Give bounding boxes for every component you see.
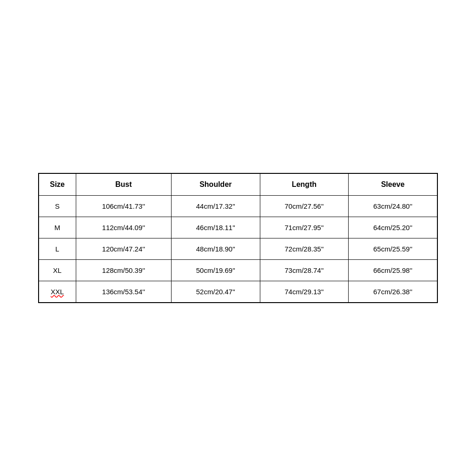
table-header-row: Size Bust Shoulder Length Sleeve (39, 173, 437, 196)
cell-length: 72cm/28.35'' (260, 238, 348, 260)
cell-size: S (39, 196, 76, 217)
table-row: XXL136cm/53.54''52cm/20.47''74cm/29.13''… (39, 281, 437, 303)
size-chart-container: Size Bust Shoulder Length Sleeve S106cm/… (38, 173, 438, 303)
cell-sleeve: 64cm/25.20'' (349, 217, 437, 238)
cell-bust: 112cm/44.09'' (76, 217, 172, 238)
cell-shoulder: 50cm/19.69'' (172, 260, 260, 281)
header-bust: Bust (76, 173, 172, 196)
header-shoulder: Shoulder (172, 173, 260, 196)
table-row: M112cm/44.09''46cm/18.11''71cm/27.95''64… (39, 217, 437, 238)
cell-sleeve: 63cm/24.80'' (349, 196, 437, 217)
header-size: Size (39, 173, 76, 196)
table-row: S106cm/41.73''44cm/17.32''70cm/27.56''63… (39, 196, 437, 217)
cell-bust: 120cm/47.24'' (76, 238, 172, 260)
cell-size: L (39, 238, 76, 260)
cell-sleeve: 66cm/25.98'' (349, 260, 437, 281)
cell-sleeve: 67cm/26.38'' (349, 281, 437, 303)
cell-size: M (39, 217, 76, 238)
cell-shoulder: 46cm/18.11'' (172, 217, 260, 238)
cell-bust: 136cm/53.54'' (76, 281, 172, 303)
cell-length: 71cm/27.95'' (260, 217, 348, 238)
cell-length: 70cm/27.56'' (260, 196, 348, 217)
cell-sleeve: 65cm/25.59'' (349, 238, 437, 260)
cell-bust: 106cm/41.73'' (76, 196, 172, 217)
cell-shoulder: 48cm/18.90'' (172, 238, 260, 260)
size-chart-table: Size Bust Shoulder Length Sleeve S106cm/… (38, 173, 438, 303)
header-sleeve: Sleeve (349, 173, 437, 196)
header-length: Length (260, 173, 348, 196)
cell-length: 74cm/29.13'' (260, 281, 348, 303)
cell-length: 73cm/28.74'' (260, 260, 348, 281)
table-row: XL128cm/50.39''50cm/19.69''73cm/28.74''6… (39, 260, 437, 281)
cell-shoulder: 44cm/17.32'' (172, 196, 260, 217)
table-row: L120cm/47.24''48cm/18.90''72cm/28.35''65… (39, 238, 437, 260)
cell-size: XXL (39, 281, 76, 303)
cell-shoulder: 52cm/20.47'' (172, 281, 260, 303)
cell-bust: 128cm/50.39'' (76, 260, 172, 281)
cell-size: XL (39, 260, 76, 281)
